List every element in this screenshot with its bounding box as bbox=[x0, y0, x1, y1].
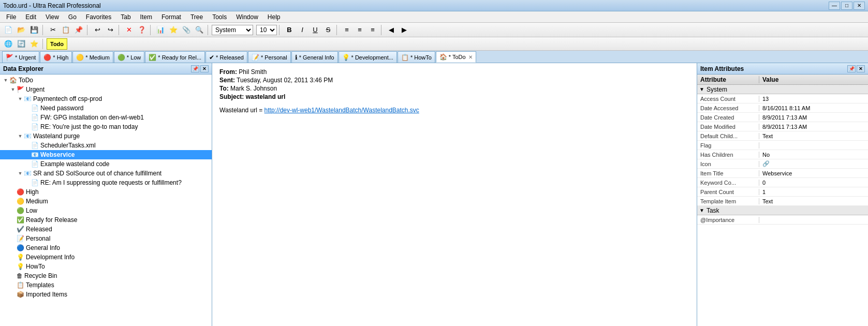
tree-item[interactable]: ✔️Released bbox=[0, 225, 212, 234]
tree-item[interactable]: 📋Templates bbox=[0, 280, 212, 290]
tree-item[interactable]: ▼📧Wasteland purge bbox=[0, 131, 212, 141]
attr-section-header[interactable]: ▼System bbox=[697, 85, 868, 94]
tree-item[interactable]: 📄SchedulerTasks.xml bbox=[0, 141, 212, 150]
tree-item[interactable]: ▼🚩Urgent bbox=[0, 85, 212, 94]
minimize-btn[interactable]: — bbox=[829, 2, 840, 10]
tree-item[interactable]: 📄Example wasteland code bbox=[0, 159, 212, 169]
attr-name: Item Title bbox=[697, 170, 759, 176]
tab-0[interactable]: 🚩* Urgent bbox=[2, 51, 39, 63]
tree-expand-icon[interactable]: ▼ bbox=[2, 78, 9, 83]
menu-item-format[interactable]: Format bbox=[157, 12, 185, 22]
attr-close-btn[interactable]: ✕ bbox=[857, 65, 865, 72]
tree-item[interactable]: 🗑Recycle Bin bbox=[0, 271, 212, 280]
tb2-btn1[interactable]: 🌐 bbox=[2, 38, 14, 50]
format4-btn[interactable]: 🔍 bbox=[193, 24, 205, 36]
menu-item-window[interactable]: Window bbox=[232, 12, 262, 22]
tb2-btn2[interactable]: 🔄 bbox=[15, 38, 27, 50]
maximize-btn[interactable]: □ bbox=[841, 2, 852, 10]
nav-back-btn[interactable]: ◀ bbox=[385, 24, 398, 36]
tab-8[interactable]: 💡* Development... bbox=[339, 51, 397, 63]
tree-item[interactable]: ▼📧Paymentech off csp-prod bbox=[0, 94, 212, 103]
format1-btn[interactable]: 📊 bbox=[154, 24, 167, 36]
tab-label-2: * Medium bbox=[85, 54, 109, 61]
menu-item-file[interactable]: File bbox=[2, 12, 20, 22]
close-btn[interactable]: ✕ bbox=[854, 2, 865, 10]
attr-section-header[interactable]: ▼Task bbox=[697, 206, 868, 215]
tab-2[interactable]: 🟡* Medium bbox=[72, 51, 113, 63]
tree-item[interactable]: 📄RE: Am I suppressing quote requests or … bbox=[0, 178, 212, 187]
tab-4[interactable]: ✅* Ready for Rel... bbox=[145, 51, 205, 63]
tree-item[interactable]: 📦Imported Items bbox=[0, 290, 212, 299]
tree-item[interactable]: 📄RE: You're just the go-to man today bbox=[0, 122, 212, 131]
tab-9[interactable]: 📋* HowTo bbox=[398, 51, 435, 63]
save-btn[interactable]: 💾 bbox=[28, 24, 40, 36]
tab-10[interactable]: 🏠* ToDo✕ bbox=[436, 51, 476, 63]
tree-item[interactable]: 🔵General Info bbox=[0, 243, 212, 253]
tree-item-label: Personal bbox=[26, 235, 50, 242]
tree-item[interactable]: 🟡Medium bbox=[0, 197, 212, 206]
tree-item[interactable]: ✅Ready for Release bbox=[0, 215, 212, 225]
tree-expand-icon[interactable]: ▼ bbox=[9, 87, 17, 92]
menu-item-favorites[interactable]: Favorites bbox=[82, 12, 115, 22]
tab-close-10[interactable]: ✕ bbox=[468, 54, 473, 60]
todo-btn[interactable]: Todo bbox=[47, 38, 67, 50]
menu-item-tab[interactable]: Tab bbox=[116, 12, 135, 22]
menu-item-edit[interactable]: Edit bbox=[21, 12, 40, 22]
copy-btn[interactable]: 📋 bbox=[60, 24, 72, 36]
align-left-btn[interactable]: ≡ bbox=[341, 24, 353, 36]
align-center-btn[interactable]: ≡ bbox=[354, 24, 366, 36]
paste-btn[interactable]: 📌 bbox=[72, 24, 85, 36]
tree-item[interactable]: 📝Personal bbox=[0, 234, 212, 243]
open-btn[interactable]: 📂 bbox=[15, 24, 27, 36]
tab-5[interactable]: ✔* Released bbox=[205, 51, 247, 63]
tree-item[interactable]: 📄Need password bbox=[0, 103, 212, 113]
tree-item[interactable]: ▼🏠ToDo bbox=[0, 76, 212, 85]
subject-label: Subject: bbox=[219, 93, 244, 100]
panel-pin-btn[interactable]: 📌 bbox=[191, 65, 199, 72]
cut-btn[interactable]: ✂ bbox=[47, 24, 59, 36]
tree-expand-icon[interactable]: ▼ bbox=[17, 96, 24, 101]
align-right-btn[interactable]: ≡ bbox=[366, 24, 379, 36]
redo-btn[interactable]: ↪ bbox=[104, 24, 116, 36]
email-link[interactable]: http://dev-wl-web1/WastelandBatch/Wastel… bbox=[264, 107, 419, 114]
bold-btn[interactable]: B bbox=[283, 24, 296, 36]
tree-item[interactable]: 💡HowTo bbox=[0, 262, 212, 271]
strikethrough-btn[interactable]: S bbox=[322, 24, 334, 36]
italic-btn[interactable]: I bbox=[296, 24, 308, 36]
underline-btn[interactable]: U bbox=[309, 24, 321, 36]
menu-item-tools[interactable]: Tools bbox=[208, 12, 231, 22]
tree-item[interactable]: ▼📧SR and SD SolSource out of chance fulf… bbox=[0, 169, 212, 178]
tree-item[interactable]: 💡Development Info bbox=[0, 253, 212, 262]
tab-6[interactable]: 📝* Personal bbox=[248, 51, 291, 63]
font-family-select[interactable]: System bbox=[212, 25, 253, 35]
new-btn[interactable]: 📄 bbox=[2, 24, 14, 36]
menu-item-view[interactable]: View bbox=[41, 12, 63, 22]
app-title: Todo.urd - Ultra Recall Professional bbox=[3, 2, 101, 9]
tab-3[interactable]: 🟢* Low bbox=[114, 51, 145, 63]
tree-item[interactable]: 📄FW: GPG installation on den-wl-web1 bbox=[0, 113, 212, 122]
format3-btn[interactable]: 📎 bbox=[180, 24, 193, 36]
attr-pin-btn[interactable]: 📌 bbox=[847, 65, 856, 72]
menu-item-tree[interactable]: Tree bbox=[186, 12, 207, 22]
help-btn[interactable]: ❓ bbox=[136, 24, 148, 36]
format2-btn[interactable]: ⭐ bbox=[167, 24, 180, 36]
menu-item-item[interactable]: Item bbox=[136, 12, 156, 22]
tree-expand-icon[interactable]: ▼ bbox=[17, 171, 24, 176]
attr-value: 8/16/2011 8:11 AM bbox=[759, 105, 813, 111]
nav-fwd-btn[interactable]: ▶ bbox=[398, 24, 410, 36]
attr-value: 8/9/2011 7:13 AM bbox=[759, 124, 810, 130]
tree-item[interactable]: 🟢Low bbox=[0, 206, 212, 215]
tb2-btn3[interactable]: ⭐ bbox=[28, 38, 40, 50]
tree-item[interactable]: 📧Webservice bbox=[0, 150, 212, 159]
tab-7[interactable]: ℹ* General Info bbox=[291, 51, 338, 63]
tab-1[interactable]: 🔴* High bbox=[40, 51, 72, 63]
font-size-select[interactable]: 10 bbox=[256, 25, 277, 35]
panel-close-btn[interactable]: ✕ bbox=[200, 65, 209, 72]
tree-expand-icon[interactable]: ▼ bbox=[17, 134, 24, 139]
undo-btn[interactable]: ↩ bbox=[91, 24, 104, 36]
menu-item-help[interactable]: Help bbox=[263, 12, 285, 22]
attributes-header: Item Attributes 📌 ✕ bbox=[697, 63, 868, 75]
tree-item[interactable]: 🔴High bbox=[0, 187, 212, 197]
delete-btn[interactable]: ✕ bbox=[123, 24, 135, 36]
menu-item-go[interactable]: Go bbox=[64, 12, 81, 22]
